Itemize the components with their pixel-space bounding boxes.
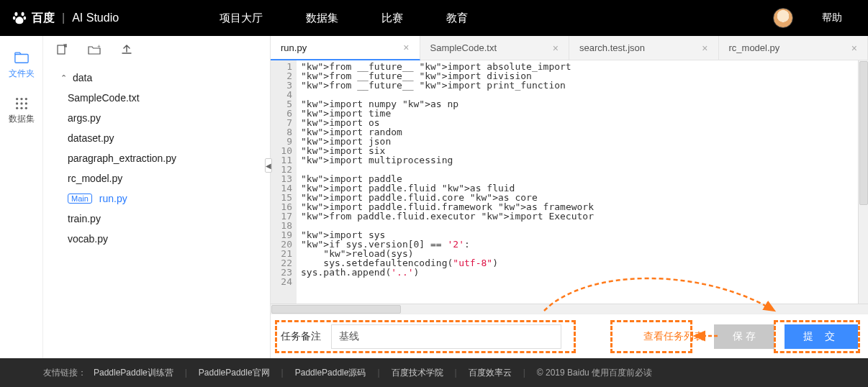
rail-files-label: 文件夹 <box>9 68 35 80</box>
tree-file[interactable]: train.py <box>55 209 270 229</box>
svg-point-5 <box>16 98 18 100</box>
tree-file[interactable]: rc_model.py <box>55 168 270 188</box>
top-nav: 项目大厅 数据集 比赛 教育 <box>220 12 468 25</box>
nav-datasets[interactable]: 数据集 <box>306 12 338 25</box>
left-rail: 文件夹 数据集 <box>0 36 43 358</box>
tab-samplecode[interactable]: SampleCode.txt× <box>420 36 570 60</box>
task-bar: 任务备注 查看任务列表 保 存 提 交 <box>271 314 868 358</box>
upload-icon[interactable] <box>121 44 132 58</box>
tree-file-active[interactable]: Mainrun.py <box>55 188 270 209</box>
tab-run-py[interactable]: run.py× <box>271 36 420 60</box>
close-icon[interactable]: × <box>851 42 857 54</box>
close-icon[interactable]: × <box>702 42 707 54</box>
file-toolbar: + + <box>43 36 270 65</box>
nav-competitions[interactable]: 比赛 <box>381 12 403 25</box>
tab-search-json[interactable]: search.test.json× <box>569 36 719 60</box>
new-file-icon[interactable]: + <box>56 44 68 58</box>
task-remark-input[interactable] <box>331 324 561 349</box>
submit-button[interactable]: 提 交 <box>785 324 858 349</box>
tab-rcmodel[interactable]: rc_model.py× <box>719 36 869 60</box>
footer-link[interactable]: PaddlePaddle训练营 <box>94 367 173 379</box>
logo-separator: | <box>62 12 65 24</box>
task-remark-label: 任务备注 <box>281 330 321 343</box>
svg-point-8 <box>16 102 18 104</box>
main-body: 文件夹 数据集 + + ⌃data SampleCode.txt args.py… <box>0 36 868 358</box>
collapse-panel-icon[interactable]: ◀ <box>265 158 272 173</box>
footer: 友情链接： PaddlePaddle训练营| PaddlePaddle官网| P… <box>0 358 868 387</box>
folder-label: data <box>73 72 92 83</box>
footer-link[interactable]: PaddlePaddle源码 <box>295 367 366 379</box>
logo[interactable]: 百度 | AI Studio <box>12 10 119 26</box>
svg-point-9 <box>20 102 22 104</box>
svg-point-7 <box>24 98 27 100</box>
svg-point-10 <box>24 102 27 104</box>
footer-link[interactable]: PaddlePaddle官网 <box>199 367 270 379</box>
svg-point-2 <box>13 16 16 19</box>
close-icon[interactable]: × <box>553 42 559 54</box>
rail-datasets-label: 数据集 <box>9 113 35 125</box>
main-badge: Main <box>68 194 92 204</box>
svg-point-11 <box>16 107 18 109</box>
code-content[interactable]: "kw">from __future__ "kw">import absolut… <box>297 60 868 304</box>
file-panel: + + ⌃data SampleCode.txt args.py dataset… <box>43 36 270 358</box>
footer-link[interactable]: 百度效率云 <box>469 367 512 379</box>
svg-point-3 <box>24 16 27 19</box>
file-tree: ⌃data SampleCode.txt args.py dataset.py … <box>43 65 270 358</box>
nav-projects[interactable]: 项目大厅 <box>220 12 263 25</box>
tree-file[interactable]: dataset.py <box>55 128 270 148</box>
scrollbar-thumb[interactable] <box>859 61 868 205</box>
rail-files[interactable]: 文件夹 <box>9 50 35 80</box>
help-link[interactable]: 帮助 <box>822 12 842 24</box>
footer-link[interactable]: 百度技术学院 <box>392 367 443 379</box>
baidu-paw-icon <box>12 10 27 26</box>
code-editor[interactable]: 123456789101112131415161718192021222324 … <box>271 60 868 304</box>
editor-tabs: run.py× SampleCode.txt× search.test.json… <box>271 36 868 60</box>
rail-datasets[interactable]: 数据集 <box>9 96 35 125</box>
svg-rect-4 <box>14 54 27 63</box>
tree-file[interactable]: args.py <box>55 108 270 128</box>
logo-baidu-text: 百度 <box>32 11 55 26</box>
avatar[interactable] <box>773 8 793 28</box>
tree-file[interactable]: paragraph_extraction.py <box>55 148 270 168</box>
view-task-list-link[interactable]: 查看任务列表 <box>643 330 704 343</box>
horizontal-scrollbar[interactable] <box>271 304 868 314</box>
chevron-icon: ⌃ <box>60 73 67 83</box>
svg-point-1 <box>22 12 24 17</box>
footer-label: 友情链接： <box>43 367 86 379</box>
scrollbar-thumb[interactable] <box>271 305 401 314</box>
nav-education[interactable]: 教育 <box>446 12 468 25</box>
save-button[interactable]: 保 存 <box>714 324 774 349</box>
svg-point-6 <box>20 98 22 100</box>
svg-text:+: + <box>63 44 67 49</box>
close-icon[interactable]: × <box>403 42 409 53</box>
editor-area: ◀ run.py× SampleCode.txt× search.test.js… <box>270 36 868 358</box>
line-gutter: 123456789101112131415161718192021222324 <box>271 60 297 304</box>
folder-icon <box>14 50 30 65</box>
svg-point-13 <box>24 107 27 109</box>
svg-point-12 <box>20 107 22 109</box>
new-folder-icon[interactable]: + <box>88 45 101 57</box>
footer-copyright: © 2019 Baidu 使用百度前必读 <box>537 367 652 379</box>
logo-studio-text: AI Studio <box>72 12 119 24</box>
svg-text:+: + <box>97 45 101 50</box>
dataset-icon <box>14 96 30 110</box>
tree-folder-data[interactable]: ⌃data <box>55 68 270 88</box>
tree-file[interactable]: SampleCode.txt <box>55 88 270 108</box>
tree-file[interactable]: vocab.py <box>55 229 270 249</box>
vertical-scrollbar[interactable] <box>858 60 868 304</box>
topbar: 百度 | AI Studio 项目大厅 数据集 比赛 教育 帮助 <box>0 0 868 36</box>
svg-point-0 <box>14 12 17 17</box>
